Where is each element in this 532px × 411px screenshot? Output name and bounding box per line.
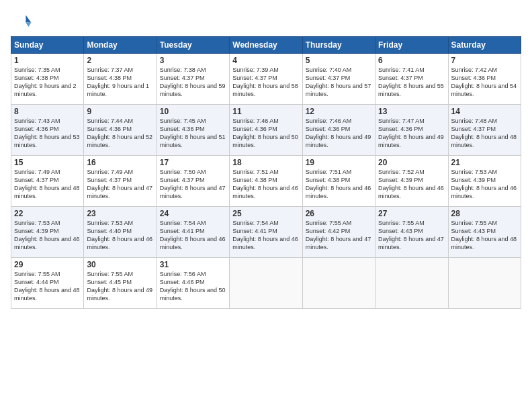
week-row-2: 8 Sunrise: 7:43 AM Sunset: 4:36 PM Dayli…	[11, 105, 521, 156]
calendar-cell: 15 Sunrise: 7:49 AM Sunset: 4:37 PM Dayl…	[11, 156, 84, 207]
svg-marker-0	[26, 15, 31, 22]
calendar-cell: 25 Sunrise: 7:54 AM Sunset: 4:41 PM Dayl…	[230, 207, 302, 258]
calendar-cell	[302, 258, 375, 309]
day-number: 10	[160, 107, 226, 116]
cell-info: Sunrise: 7:35 AM Sunset: 4:38 PM Dayligh…	[14, 66, 81, 99]
calendar-cell	[230, 258, 302, 309]
logo	[11, 11, 35, 32]
day-number: 5	[306, 56, 372, 65]
calendar-cell: 14 Sunrise: 7:48 AM Sunset: 4:37 PM Dayl…	[448, 105, 521, 156]
calendar-cell: 10 Sunrise: 7:45 AM Sunset: 4:36 PM Dayl…	[157, 105, 229, 156]
calendar-cell: 20 Sunrise: 7:52 AM Sunset: 4:39 PM Dayl…	[375, 156, 448, 207]
cell-info: Sunrise: 7:40 AM Sunset: 4:37 PM Dayligh…	[306, 66, 372, 99]
calendar-cell	[375, 258, 448, 309]
calendar-cell: 26 Sunrise: 7:55 AM Sunset: 4:42 PM Dayl…	[302, 207, 375, 258]
cell-info: Sunrise: 7:37 AM Sunset: 4:38 PM Dayligh…	[87, 66, 153, 99]
calendar-cell: 24 Sunrise: 7:54 AM Sunset: 4:41 PM Dayl…	[157, 207, 229, 258]
calendar-cell: 5 Sunrise: 7:40 AM Sunset: 4:37 PM Dayli…	[302, 54, 375, 105]
header-day-thursday: Thursday	[302, 37, 375, 54]
calendar-cell: 9 Sunrise: 7:44 AM Sunset: 4:36 PM Dayli…	[84, 105, 157, 156]
day-number: 17	[160, 158, 226, 167]
header-day-friday: Friday	[375, 37, 448, 54]
day-number: 1	[14, 56, 81, 65]
cell-info: Sunrise: 7:39 AM Sunset: 4:37 PM Dayligh…	[232, 66, 299, 99]
cell-info: Sunrise: 7:51 AM Sunset: 4:38 PM Dayligh…	[232, 168, 299, 201]
day-number: 30	[87, 260, 153, 269]
calendar-cell: 4 Sunrise: 7:39 AM Sunset: 4:37 PM Dayli…	[230, 54, 302, 105]
cell-info: Sunrise: 7:52 AM Sunset: 4:39 PM Dayligh…	[378, 168, 445, 201]
week-row-1: 1 Sunrise: 7:35 AM Sunset: 4:38 PM Dayli…	[11, 54, 521, 105]
calendar-cell: 16 Sunrise: 7:49 AM Sunset: 4:37 PM Dayl…	[84, 156, 157, 207]
day-number: 9	[87, 107, 153, 116]
logo-icon	[11, 11, 32, 32]
cell-info: Sunrise: 7:56 AM Sunset: 4:46 PM Dayligh…	[160, 270, 226, 303]
day-number: 4	[232, 56, 299, 65]
day-number: 15	[14, 158, 81, 167]
calendar-cell: 22 Sunrise: 7:53 AM Sunset: 4:39 PM Dayl…	[11, 207, 84, 258]
calendar-cell: 28 Sunrise: 7:55 AM Sunset: 4:43 PM Dayl…	[448, 207, 521, 258]
day-number: 31	[160, 260, 226, 269]
header-day-wednesday: Wednesday	[230, 37, 302, 54]
calendar-cell: 2 Sunrise: 7:37 AM Sunset: 4:38 PM Dayli…	[84, 54, 157, 105]
header	[11, 11, 521, 32]
cell-info: Sunrise: 7:38 AM Sunset: 4:37 PM Dayligh…	[160, 66, 226, 99]
calendar-cell: 13 Sunrise: 7:47 AM Sunset: 4:36 PM Dayl…	[375, 105, 448, 156]
calendar-cell: 31 Sunrise: 7:56 AM Sunset: 4:46 PM Dayl…	[157, 258, 229, 309]
calendar-cell: 12 Sunrise: 7:46 AM Sunset: 4:36 PM Dayl…	[302, 105, 375, 156]
cell-info: Sunrise: 7:55 AM Sunset: 4:44 PM Dayligh…	[14, 270, 81, 303]
cell-info: Sunrise: 7:55 AM Sunset: 4:45 PM Dayligh…	[87, 270, 153, 303]
day-number: 22	[14, 209, 81, 218]
cell-info: Sunrise: 7:53 AM Sunset: 4:39 PM Dayligh…	[14, 219, 81, 252]
calendar-cell: 21 Sunrise: 7:53 AM Sunset: 4:39 PM Dayl…	[448, 156, 521, 207]
day-number: 29	[14, 260, 81, 269]
day-number: 21	[451, 158, 518, 167]
calendar-table: SundayMondayTuesdayWednesdayThursdayFrid…	[11, 36, 521, 309]
cell-info: Sunrise: 7:55 AM Sunset: 4:43 PM Dayligh…	[378, 219, 445, 252]
calendar-cell: 17 Sunrise: 7:50 AM Sunset: 4:37 PM Dayl…	[157, 156, 229, 207]
day-number: 8	[14, 107, 81, 116]
week-row-5: 29 Sunrise: 7:55 AM Sunset: 4:44 PM Dayl…	[11, 258, 521, 309]
calendar-cell: 27 Sunrise: 7:55 AM Sunset: 4:43 PM Dayl…	[375, 207, 448, 258]
day-number: 23	[87, 209, 153, 218]
calendar-cell: 29 Sunrise: 7:55 AM Sunset: 4:44 PM Dayl…	[11, 258, 84, 309]
cell-info: Sunrise: 7:47 AM Sunset: 4:36 PM Dayligh…	[378, 117, 445, 150]
calendar-cell: 30 Sunrise: 7:55 AM Sunset: 4:45 PM Dayl…	[84, 258, 157, 309]
calendar-cell: 23 Sunrise: 7:53 AM Sunset: 4:40 PM Dayl…	[84, 207, 157, 258]
cell-info: Sunrise: 7:49 AM Sunset: 4:37 PM Dayligh…	[14, 168, 81, 201]
day-number: 27	[378, 209, 445, 218]
cell-info: Sunrise: 7:55 AM Sunset: 4:43 PM Dayligh…	[451, 219, 518, 252]
cell-info: Sunrise: 7:53 AM Sunset: 4:40 PM Dayligh…	[87, 219, 153, 252]
header-day-monday: Monday	[84, 37, 157, 54]
calendar-cell: 7 Sunrise: 7:42 AM Sunset: 4:36 PM Dayli…	[448, 54, 521, 105]
day-number: 7	[451, 56, 518, 65]
cell-info: Sunrise: 7:54 AM Sunset: 4:41 PM Dayligh…	[232, 219, 299, 252]
calendar-cell: 3 Sunrise: 7:38 AM Sunset: 4:37 PM Dayli…	[157, 54, 229, 105]
calendar-cell: 1 Sunrise: 7:35 AM Sunset: 4:38 PM Dayli…	[11, 54, 84, 105]
calendar-cell: 8 Sunrise: 7:43 AM Sunset: 4:36 PM Dayli…	[11, 105, 84, 156]
calendar-cell: 6 Sunrise: 7:41 AM Sunset: 4:37 PM Dayli…	[375, 54, 448, 105]
calendar-cell: 18 Sunrise: 7:51 AM Sunset: 4:38 PM Dayl…	[230, 156, 302, 207]
day-number: 3	[160, 56, 226, 65]
day-number: 19	[306, 158, 372, 167]
cell-info: Sunrise: 7:48 AM Sunset: 4:37 PM Dayligh…	[451, 117, 518, 150]
header-day-saturday: Saturday	[448, 37, 521, 54]
week-row-4: 22 Sunrise: 7:53 AM Sunset: 4:39 PM Dayl…	[11, 207, 521, 258]
cell-info: Sunrise: 7:45 AM Sunset: 4:36 PM Dayligh…	[160, 117, 226, 150]
week-row-3: 15 Sunrise: 7:49 AM Sunset: 4:37 PM Dayl…	[11, 156, 521, 207]
header-day-tuesday: Tuesday	[157, 37, 229, 54]
cell-info: Sunrise: 7:44 AM Sunset: 4:36 PM Dayligh…	[87, 117, 153, 150]
day-number: 28	[451, 209, 518, 218]
cell-info: Sunrise: 7:46 AM Sunset: 4:36 PM Dayligh…	[306, 117, 372, 150]
day-number: 20	[378, 158, 445, 167]
cell-info: Sunrise: 7:50 AM Sunset: 4:37 PM Dayligh…	[160, 168, 226, 201]
cell-info: Sunrise: 7:53 AM Sunset: 4:39 PM Dayligh…	[451, 168, 518, 201]
header-day-sunday: Sunday	[11, 37, 84, 54]
cell-info: Sunrise: 7:46 AM Sunset: 4:36 PM Dayligh…	[232, 117, 299, 150]
cell-info: Sunrise: 7:49 AM Sunset: 4:37 PM Dayligh…	[87, 168, 153, 201]
day-number: 13	[378, 107, 445, 116]
header-row: SundayMondayTuesdayWednesdayThursdayFrid…	[11, 37, 521, 54]
day-number: 25	[232, 209, 299, 218]
cell-info: Sunrise: 7:54 AM Sunset: 4:41 PM Dayligh…	[160, 219, 226, 252]
day-number: 24	[160, 209, 226, 218]
day-number: 16	[87, 158, 153, 167]
